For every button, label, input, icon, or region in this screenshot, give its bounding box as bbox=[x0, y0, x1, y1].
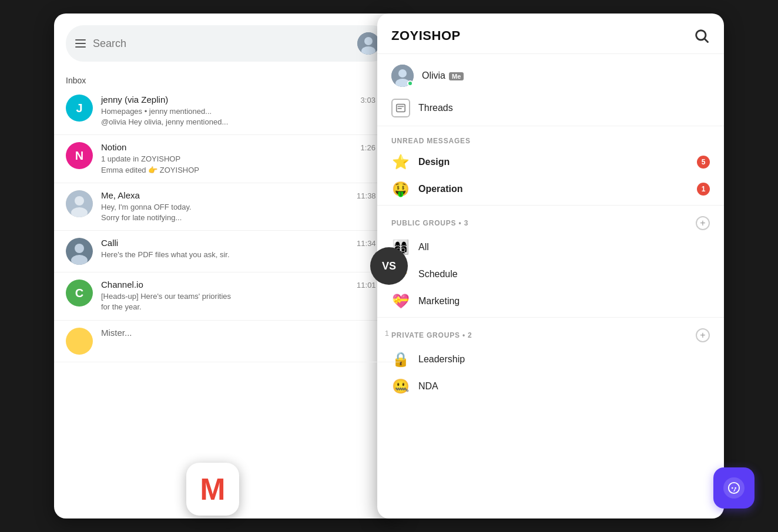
email-item-channelio[interactable]: C Channel.io 11:01 AM [Heads-up] Here's … bbox=[54, 272, 401, 320]
add-public-group-button[interactable]: + bbox=[696, 216, 710, 230]
private-section-label: PRIVATE GROUPS • 2 bbox=[391, 331, 472, 339]
channel-item-nda[interactable]: 🤐 NDA bbox=[377, 373, 724, 400]
nda-name: NDA bbox=[418, 381, 710, 392]
operation-emoji: 🤑 bbox=[391, 181, 410, 197]
all-name: All bbox=[418, 242, 710, 252]
svg-point-4 bbox=[75, 196, 84, 206]
app-wrapper: Search Inbox J jenny (via Zeplin) bbox=[0, 0, 778, 532]
email-content-partial: Mister... 1 bbox=[101, 328, 389, 339]
channel-item-operation[interactable]: 🤑 Operation 1 bbox=[377, 176, 724, 203]
email-item-notion[interactable]: N Notion 1:26 PM 1 update in ZOYISHOP Em… bbox=[54, 135, 401, 183]
inbox-label: Inbox bbox=[54, 71, 401, 87]
email-preview-channelio: [Heads-up] Here's our teams' priorities … bbox=[101, 291, 389, 312]
channel-item-design[interactable]: ⭐ Design 5 bbox=[377, 149, 724, 176]
nda-emoji: 🤐 bbox=[391, 378, 410, 395]
email-preview-jenny: Homepages • jenny mentioned... @olivia H… bbox=[101, 106, 389, 127]
divider-1 bbox=[377, 126, 724, 126]
channel-item-all[interactable]: 👩‍👩‍👦‍👦 All bbox=[377, 234, 724, 261]
email-avatar-calli bbox=[66, 238, 93, 265]
search-bar[interactable]: Search bbox=[66, 25, 389, 62]
slack-title: ZOYISHOP bbox=[391, 28, 461, 43]
channelios-fab-inner bbox=[723, 477, 724, 499]
email-content-calli: Calli 11:34 AM Here's the PDF files what… bbox=[101, 238, 389, 260]
threads-row[interactable]: Threads bbox=[377, 93, 724, 123]
operation-name: Operation bbox=[418, 184, 689, 194]
gmail-header: Search bbox=[54, 14, 401, 71]
email-content-channelio: Channel.io 11:01 AM [Heads-up] Here's ou… bbox=[101, 280, 389, 312]
public-section-header: PUBLIC GROUPS • 3 + bbox=[377, 208, 724, 234]
email-sender-jenny: jenny (via Zeplin) bbox=[101, 95, 168, 105]
email-preview-alexa: Hey, I'm gonna OFF today. Sorry for late… bbox=[101, 202, 389, 223]
email-sender-alexa: Me, Alexa bbox=[101, 190, 140, 200]
marketing-name: Marketing bbox=[418, 296, 710, 307]
email-list: J jenny (via Zeplin) 3:03 PM Homepages •… bbox=[54, 87, 401, 518]
email-avatar-alexa bbox=[66, 190, 93, 217]
slack-panel: ZOYISHOP bbox=[377, 14, 724, 518]
schedule-name: Schedule bbox=[418, 269, 710, 280]
svg-point-1 bbox=[364, 37, 373, 45]
channel-item-schedule[interactable]: ⚡ Schedule bbox=[377, 261, 724, 288]
public-section-label: PUBLIC GROUPS • 3 bbox=[391, 219, 468, 227]
email-item-jenny[interactable]: J jenny (via Zeplin) 3:03 PM Homepages •… bbox=[54, 87, 401, 135]
channelios-fab-button[interactable] bbox=[713, 467, 724, 509]
svg-point-7 bbox=[75, 244, 84, 253]
email-content-alexa: Me, Alexa 11:38 AM Hey, I'm gonna OFF to… bbox=[101, 190, 389, 223]
email-preview-notion: 1 update in ZOYISHOP Emma edited 👉 ZOYIS… bbox=[101, 154, 389, 175]
unread-section-label: UNREAD MESSAGES bbox=[391, 137, 471, 145]
marketing-emoji: 💝 bbox=[391, 293, 410, 309]
email-time-partial: 1 bbox=[385, 329, 389, 338]
email-item-alexa[interactable]: Me, Alexa 11:38 AM Hey, I'm gonna OFF to… bbox=[54, 183, 401, 231]
email-sender-channelio: Channel.io bbox=[101, 280, 143, 289]
leadership-name: Leadership bbox=[418, 354, 710, 365]
vs-badge: VS bbox=[370, 247, 408, 285]
email-item-partial[interactable]: Mister... 1 bbox=[54, 321, 401, 362]
user-name: OliviaMe bbox=[422, 70, 464, 81]
online-indicator bbox=[407, 80, 413, 86]
operation-unread-badge: 1 bbox=[697, 183, 710, 196]
email-preview-calli: Here's the PDF files what you ask, sir. bbox=[101, 250, 389, 260]
slack-body: OliviaMe Threads UNREAD MESSAGES bbox=[377, 54, 724, 518]
threads-icon bbox=[391, 99, 410, 117]
gmail-icon-overlay: M bbox=[186, 463, 239, 516]
gmail-m-icon: M bbox=[200, 474, 225, 504]
svg-point-12 bbox=[398, 69, 407, 78]
add-private-group-button[interactable]: + bbox=[696, 328, 710, 342]
email-sender-calli: Calli bbox=[101, 238, 118, 248]
email-content-notion: Notion 1:26 PM 1 update in ZOYISHOP Emma… bbox=[101, 142, 389, 175]
email-sender-partial: Mister... bbox=[101, 328, 132, 338]
search-text: Search bbox=[93, 38, 350, 50]
search-icon[interactable] bbox=[693, 28, 710, 44]
user-avatar-wrapper bbox=[391, 65, 414, 87]
design-name: Design bbox=[418, 157, 689, 167]
unread-section-header: UNREAD MESSAGES bbox=[377, 129, 724, 149]
user-avatar[interactable] bbox=[357, 32, 380, 55]
design-emoji: ⭐ bbox=[391, 154, 410, 170]
private-section-header: PRIVATE GROUPS • 2 + bbox=[377, 320, 724, 346]
divider-2 bbox=[377, 205, 724, 206]
user-row-olivia[interactable]: OliviaMe bbox=[377, 59, 724, 93]
email-content-jenny: jenny (via Zeplin) 3:03 PM Homepages • j… bbox=[101, 95, 389, 127]
email-avatar-partial bbox=[66, 328, 93, 355]
email-item-calli[interactable]: Calli 11:34 AM Here's the PDF files what… bbox=[54, 231, 401, 272]
svg-line-10 bbox=[705, 39, 707, 42]
email-avatar-channelio: C bbox=[66, 280, 93, 307]
design-unread-badge: 5 bbox=[697, 156, 710, 169]
email-sender-notion: Notion bbox=[101, 142, 126, 152]
email-avatar-jenny: J bbox=[66, 95, 93, 122]
email-avatar-notion: N bbox=[66, 142, 93, 169]
channel-item-leadership[interactable]: 🔒 Leadership bbox=[377, 346, 724, 373]
gmail-panel: Search Inbox J jenny (via Zeplin) bbox=[54, 14, 401, 518]
hamburger-menu-icon[interactable] bbox=[75, 39, 86, 48]
slack-header: ZOYISHOP bbox=[377, 14, 724, 54]
threads-name: Threads bbox=[418, 103, 453, 113]
divider-3 bbox=[377, 317, 724, 318]
channel-item-marketing[interactable]: 💝 Marketing bbox=[377, 288, 724, 315]
